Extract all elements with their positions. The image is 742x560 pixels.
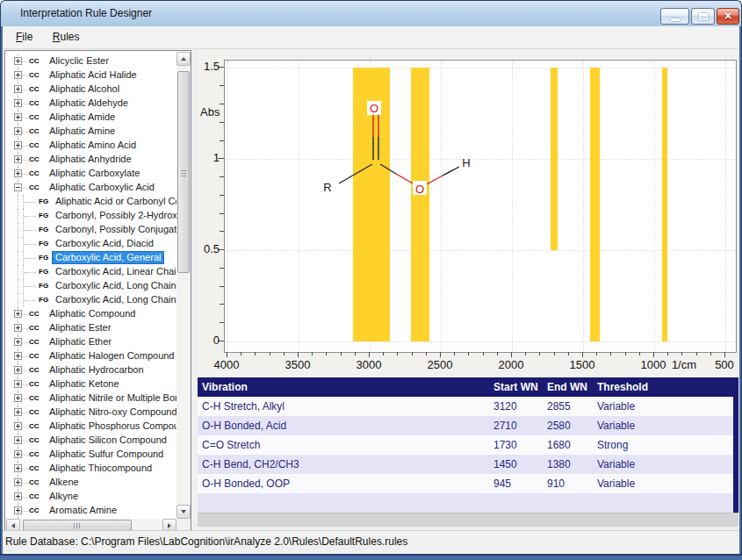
cc-icon: CC — [29, 349, 40, 363]
tree-item[interactable]: FGCarboxylic Acid, Long Chain — [6, 279, 176, 293]
tree-item[interactable]: CCAliphatic Amine — [6, 125, 176, 139]
expand-toggle-icon[interactable] — [14, 338, 22, 346]
tree-item[interactable]: CCAliphatic Ketone — [6, 377, 176, 391]
tree-item[interactable]: CCAliphatic Acid Halide — [6, 68, 176, 83]
expand-toggle-icon[interactable] — [14, 506, 22, 514]
x-axis-minor-tick — [412, 352, 413, 355]
tree-item[interactable]: CCAromatic Amine — [6, 504, 176, 518]
expand-toggle-icon[interactable] — [14, 324, 22, 332]
tree-item[interactable]: CCAlicyclic Ester — [6, 54, 176, 68]
menu-file[interactable]: File — [8, 26, 40, 43]
tree-vertical-scrollbar[interactable] — [176, 52, 191, 519]
x-axis-minor-tick — [610, 352, 611, 355]
tree-item[interactable]: CCAliphatic Halogen Compound — [6, 349, 176, 363]
x-axis-minor-tick — [710, 352, 711, 355]
tree-item[interactable]: CCAliphatic Nitro-oxy Compound — [6, 406, 176, 420]
expand-toggle-icon[interactable] — [14, 310, 22, 318]
expand-toggle-icon[interactable] — [14, 169, 22, 177]
tree-item[interactable]: CCAliphatic Anhydride — [6, 153, 176, 167]
tree-item[interactable]: CCAliphatic Compound — [6, 307, 176, 321]
table-row[interactable]: O-H Bonded, OOP945910Variable — [198, 474, 733, 493]
tree-item[interactable]: FGCarboxylic Acid, Long Chain — [6, 293, 176, 307]
expand-toggle-icon[interactable] — [14, 127, 22, 135]
tree-item[interactable]: CCAliphatic Nitrile or Multiple Bonded — [6, 391, 176, 406]
tree-item[interactable]: CCAliphatic Hydrocarbon — [6, 363, 176, 377]
tree-item-label: Aliphatic Halogen Compound — [47, 350, 176, 362]
cc-icon: CC — [29, 420, 40, 434]
cell-threshold: Variable — [597, 474, 635, 493]
tree-item[interactable]: CCAliphatic Amino Acid — [6, 139, 176, 153]
tree-item[interactable]: FGAliphatic Acid or Carbonyl Co — [6, 195, 176, 209]
tree-item[interactable]: FGCarbonyl, Possibly Conjugate — [6, 223, 176, 237]
cc-icon: CC — [29, 335, 40, 349]
tree-item[interactable]: CCAliphatic Silicon Compound — [6, 434, 176, 448]
expand-toggle-icon[interactable] — [14, 422, 22, 430]
tree-item[interactable]: FGCarbonyl, Possibly 2-Hydroxy — [6, 209, 176, 223]
table-row[interactable]: C-H Stretch, Alkyl31202855Variable — [198, 397, 733, 416]
table-row[interactable]: C=O Stretch17301680Strong — [198, 435, 733, 455]
y-axis-minor-tick — [220, 176, 224, 177]
cc-icon: CC — [29, 448, 40, 462]
expand-toggle-icon[interactable] — [14, 155, 22, 163]
vertical-scroll-thumb[interactable] — [177, 71, 190, 273]
x-axis-tick — [298, 352, 299, 357]
tree-item-label: Aliphatic Amine — [47, 126, 118, 137]
tree-item[interactable]: CCAliphatic Carboxylic Acid — [6, 181, 176, 195]
table-row[interactable]: O-H Bonded, Acid27102580Variable — [198, 416, 733, 435]
tree-item[interactable]: CCAliphatic Carboxylate — [6, 167, 176, 181]
y-axis-minor-tick — [220, 122, 224, 123]
title-bar[interactable]: Interpretation Rule Designer ✕ — [0, 0, 742, 26]
maximize-button[interactable] — [691, 8, 715, 25]
grid-line — [227, 61, 228, 352]
expand-toggle-icon[interactable] — [14, 450, 22, 458]
expand-toggle-icon[interactable] — [14, 436, 22, 444]
table-horizontal-scrollbar[interactable] — [198, 513, 738, 527]
expand-toggle-icon[interactable] — [14, 366, 22, 374]
expand-toggle-icon[interactable] — [14, 85, 22, 93]
tree-item[interactable]: CCAliphatic Aldehyde — [6, 97, 176, 111]
tree-item[interactable]: CCAliphatic Ether — [6, 335, 176, 349]
tree-item[interactable]: CCAlkyne — [6, 490, 176, 504]
tree-item[interactable]: FGCarboxylic Acid, Diacid — [6, 237, 176, 251]
fg-icon: FG — [39, 195, 48, 209]
scroll-down-button[interactable] — [176, 505, 191, 519]
expand-toggle-icon[interactable] — [14, 394, 22, 402]
close-button[interactable]: ✕ — [717, 8, 739, 25]
tree-item[interactable]: CCAliphatic Thiocompound — [6, 462, 176, 476]
tree-item-label: Aliphatic Compound — [47, 308, 138, 319]
tree-item[interactable]: FGCarboxylic Acid, Linear Chain — [6, 265, 176, 279]
expand-toggle-icon[interactable] — [14, 352, 22, 360]
collapse-toggle-icon[interactable] — [14, 183, 22, 191]
tree-item[interactable]: CCAliphatic Sulfur Compound — [6, 448, 176, 462]
expand-toggle-icon[interactable] — [14, 464, 22, 472]
tree-item[interactable]: CCAliphatic Phosphorus Compound — [6, 420, 176, 434]
expand-toggle-icon[interactable] — [14, 57, 22, 65]
tree-item[interactable]: FGCarboxylic Acid, General — [6, 251, 176, 265]
tree-item[interactable]: CCAliphatic Ester — [6, 321, 176, 335]
expand-toggle-icon[interactable] — [14, 478, 22, 486]
expand-toggle-icon[interactable] — [14, 492, 22, 500]
cc-icon: CC — [29, 391, 40, 406]
x-axis-minor-tick — [241, 352, 241, 355]
expand-toggle-icon[interactable] — [14, 99, 22, 107]
tree-item[interactable]: CCAliphatic Amide — [6, 111, 176, 125]
fg-icon: FG — [39, 223, 48, 237]
cc-icon: CC — [29, 125, 40, 139]
tree-item-label: Aliphatic Phosphorus Compound — [47, 420, 176, 432]
scroll-up-button[interactable] — [176, 52, 191, 66]
expand-toggle-icon[interactable] — [14, 71, 22, 79]
tree-item[interactable]: CCAlkene — [6, 476, 176, 490]
expand-toggle-icon[interactable] — [14, 408, 22, 416]
tree-item[interactable]: CCAliphatic Alcohol — [6, 83, 176, 97]
table-row[interactable]: C-H Bend, CH2/CH314501380Variable — [198, 455, 733, 474]
tree-item-label: Carboxylic Acid, Diacid — [53, 238, 156, 249]
x-axis-tick-label: 500 — [705, 358, 742, 371]
cc-icon: CC — [29, 406, 40, 420]
menu-rules[interactable]: Rules — [45, 26, 88, 43]
expand-toggle-icon[interactable] — [14, 113, 22, 121]
minimize-button[interactable] — [660, 8, 689, 25]
y-axis-tick-label: 0.5 — [198, 242, 220, 255]
expand-toggle-icon[interactable] — [14, 141, 22, 149]
expand-toggle-icon[interactable] — [14, 380, 22, 388]
tree-item-label: Carboxylic Acid, Long Chain — [53, 294, 176, 305]
